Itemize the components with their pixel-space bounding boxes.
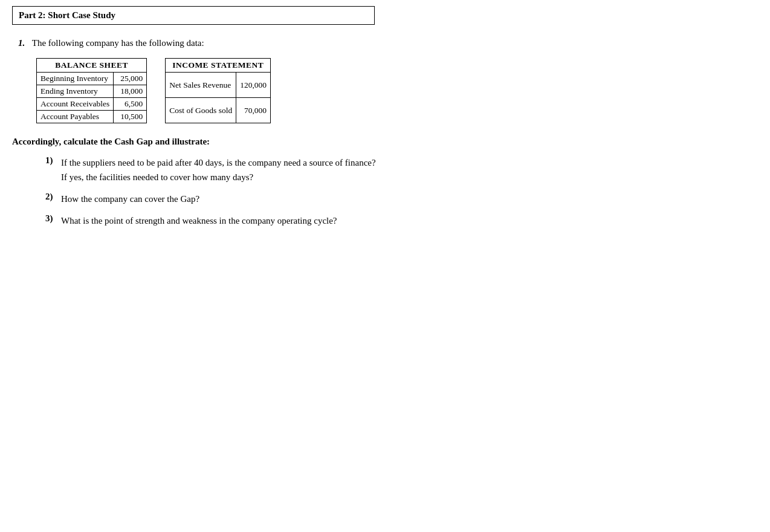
table-row: Account Receivables6,500 <box>37 98 147 111</box>
income-statement-title: INCOME STATEMENT <box>166 59 271 73</box>
income-statement-value: 120,000 <box>236 73 271 98</box>
balance-sheet-value: 25,000 <box>114 73 147 85</box>
sub-questions: 1)If the suppliers need to be paid after… <box>45 155 405 228</box>
table-row: Ending Inventory18,000 <box>37 85 147 98</box>
part-header-label: Part 2: Short Case Study <box>19 10 115 20</box>
sub-question-text: How the company can cover the Gap? <box>61 192 199 206</box>
balance-sheet-label: Ending Inventory <box>37 85 114 98</box>
table-row: Cost of Goods sold70,000 <box>166 98 271 123</box>
table-row: Net Sales Revenue120,000 <box>166 73 271 98</box>
sub-question: 1)If the suppliers need to be paid after… <box>45 155 405 184</box>
page-container: Part 2: Short Case Study 1. The followin… <box>12 6 405 228</box>
balance-sheet-value: 6,500 <box>114 98 147 111</box>
question-number: 1. <box>18 38 25 48</box>
question-intro-text: The following company has the following … <box>32 38 204 48</box>
balance-sheet-label: Account Receivables <box>37 98 114 111</box>
sub-question-number: 2) <box>45 192 57 206</box>
balance-sheet-table: BALANCE SHEET Beginning Inventory25,000E… <box>36 58 147 123</box>
sub-question: 2)How the company can cover the Gap? <box>45 192 405 206</box>
part-header-box: Part 2: Short Case Study <box>12 6 375 25</box>
balance-sheet-title: BALANCE SHEET <box>37 59 147 73</box>
income-statement-value: 70,000 <box>236 98 271 123</box>
balance-sheet-value: 18,000 <box>114 85 147 98</box>
question-intro: 1. The following company has the followi… <box>12 38 405 48</box>
balance-sheet-label: Beginning Inventory <box>37 73 114 85</box>
income-statement-label: Cost of Goods sold <box>166 98 236 123</box>
income-statement-label: Net Sales Revenue <box>166 73 236 98</box>
sub-question: 3)What is the point of strength and weak… <box>45 213 405 228</box>
sub-question-number: 1) <box>45 155 57 184</box>
sub-question-text: What is the point of strength and weakne… <box>61 213 337 228</box>
balance-sheet-label: Account Payables <box>37 111 114 123</box>
balance-sheet-value: 10,500 <box>114 111 147 123</box>
table-row: Account Payables10,500 <box>37 111 147 123</box>
table-row: Beginning Inventory25,000 <box>37 73 147 85</box>
accordingly-text: Accordingly, calculate the Cash Gap and … <box>12 137 405 147</box>
tables-row: BALANCE SHEET Beginning Inventory25,000E… <box>36 58 405 123</box>
sub-question-number: 3) <box>45 213 57 228</box>
income-statement-table: INCOME STATEMENT Net Sales Revenue120,00… <box>165 58 271 123</box>
sub-question-text: If the suppliers need to be paid after 4… <box>61 155 381 184</box>
